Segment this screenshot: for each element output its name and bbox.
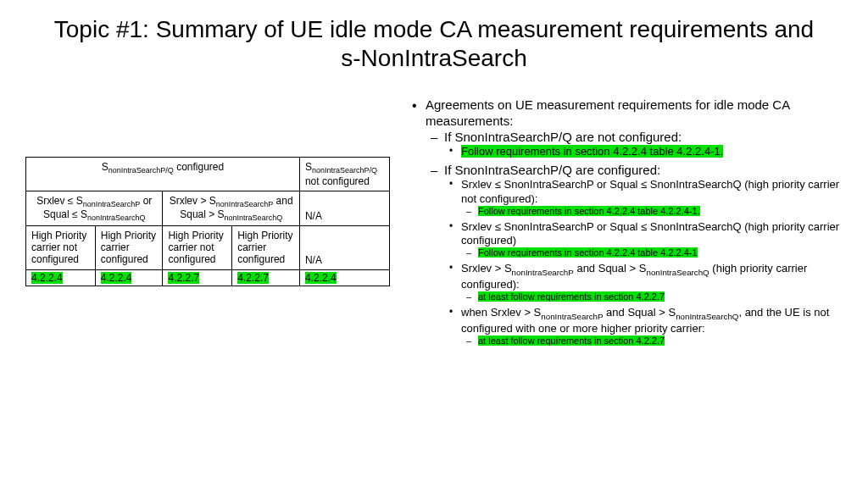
requirements-table: SnonIntraSearchP/Q configured SnonIntraS…: [25, 157, 390, 286]
bullet-conf-d: when Srxlev > SnonIntraSearchP and Squal…: [444, 306, 843, 347]
slide-title: Topic #1: Summary of UE idle mode CA mea…: [0, 0, 868, 80]
bullet-conf-c: Srxlev > SnonIntraSearchP and Squal > Sn…: [444, 262, 843, 303]
bullet-conf-d-req: at least follow requirements in section …: [461, 336, 843, 347]
table-panel: SnonIntraSearchP/Q configured SnonIntraS…: [25, 97, 390, 352]
bullet-notconf: If SnonIntraSearchP/Q are not configured…: [426, 130, 843, 159]
bullet-conf-a: Srxlev ≤ SnonIntraSearchP or Squal ≤ Sno…: [444, 178, 843, 217]
cell-hp-conf-1: High Priority carrier configured: [95, 226, 163, 270]
val-3: 4.2.2.7: [163, 270, 232, 286]
cond-gt: Srxlev > SnonIntraSearchP and Squal > Sn…: [163, 191, 299, 226]
cell-hp-notconf-2: High Priority carrier not configured: [163, 226, 232, 270]
bullets-panel: Agreements on UE measurement requirement…: [407, 97, 843, 352]
header-not-configured: SnonIntraSearchP/Q not configured: [299, 158, 389, 191]
bullet-conf-b-req: Follow requirements in section 4.2.2.4 t…: [461, 247, 843, 259]
bullet-conf-b: Srxlev ≤ SnonIntraSearchP or Squal ≤ Sno…: [444, 220, 843, 259]
cond-le: Srxlev ≤ SnonIntraSearchP or Squal ≤ Sno…: [26, 191, 163, 226]
cell-hp-notconf-1: High Priority carrier not configured: [26, 226, 96, 270]
na-2: N/A: [299, 226, 389, 270]
bullet-main: Agreements on UE measurement requirement…: [407, 97, 843, 347]
val-4: 4.2.2.7: [232, 270, 300, 286]
bullet-conf-c-req: at least follow requirements in section …: [461, 291, 843, 303]
bullet-notconf-req: Follow requirements in section 4.2.2.4 t…: [444, 145, 843, 158]
val-2: 4.2.2.4: [95, 270, 163, 286]
val-1: 4.2.2.4: [26, 270, 96, 286]
val-5: 4.2.2.4: [299, 270, 389, 286]
na-1: N/A: [299, 191, 389, 226]
content-area: SnonIntraSearchP/Q configured SnonIntraS…: [0, 80, 868, 352]
cell-hp-conf-2: High Priority carrier configured: [232, 226, 300, 270]
header-configured: SnonIntraSearchP/Q configured: [26, 158, 300, 191]
bullet-conf: If SnonIntraSearchP/Q are configured: Sr…: [426, 163, 843, 347]
bullet-conf-a-req: Follow requirements in section 4.2.2.4 t…: [461, 206, 843, 218]
